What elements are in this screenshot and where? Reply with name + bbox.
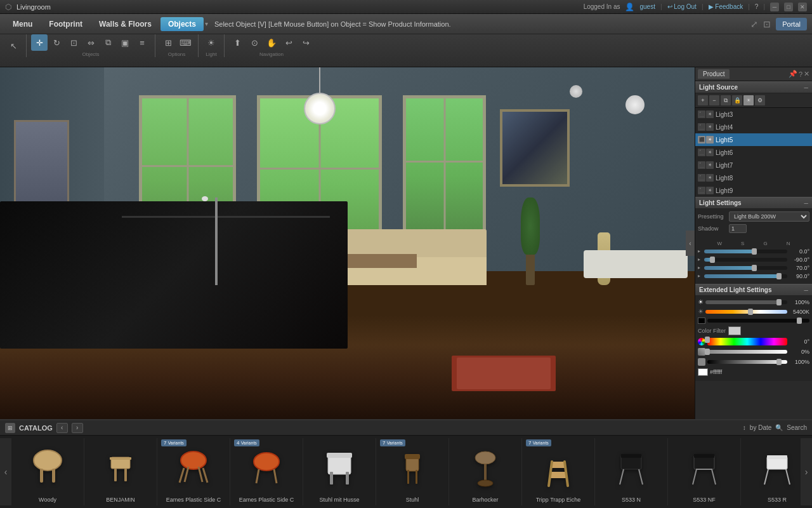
footprint-btn[interactable]: Footprint [41, 17, 90, 31]
minimize-btn[interactable]: ─ [770, 3, 779, 11]
brightness-slider[interactable] [705, 300, 787, 304]
light-source-section-header[interactable]: Light Source ─ [695, 81, 812, 93]
light6-icon1[interactable]: ⬛ [698, 149, 705, 156]
objects-tool-copy[interactable]: ⧉ [100, 34, 116, 51]
light-settings-section-header[interactable]: Light Settings ─ [695, 197, 812, 209]
white-swatch[interactable] [698, 368, 708, 376]
close-panel-icon[interactable]: ✕ [804, 70, 809, 78]
light-source-collapse[interactable]: ─ [804, 84, 808, 91]
spectrum-slider[interactable] [707, 338, 787, 345]
light-item-light7[interactable]: ⬛ ☀ Light7 [695, 159, 812, 171]
catalog-prev-btn[interactable]: ‹ [56, 423, 68, 433]
sort-label[interactable]: by Date [750, 424, 771, 431]
catalog-item-eames1[interactable]: 7 Variants Eames Plastic Side C [157, 438, 230, 505]
light3-icon2[interactable]: ☀ [706, 110, 714, 118]
presetting-dropdown[interactable]: Light Bulb 200W Spotlight Fluorescent [729, 211, 809, 222]
light-on-btn[interactable]: ☀ [743, 95, 754, 105]
icon1[interactable]: ⤢ [750, 19, 758, 29]
light9-icon1[interactable]: ⬛ [698, 187, 705, 194]
username[interactable]: guest [639, 3, 655, 10]
objects-tool-mirror[interactable]: ⇔ [82, 34, 99, 51]
feedback-link[interactable]: ▶ Feedback [709, 3, 743, 10]
light3-icon1[interactable]: ⬛ [698, 110, 705, 118]
objects-tool-move[interactable]: ✛ [31, 34, 48, 51]
light-settings-btn[interactable]: ⚙ [755, 95, 765, 105]
light-add-btn[interactable]: + [698, 95, 708, 105]
light-item-light6[interactable]: ⬛ ☀ Light6 [695, 146, 812, 159]
close-btn[interactable]: ✕ [798, 3, 807, 11]
lightness-icon[interactable] [698, 358, 705, 366]
catalog-item-stuhl[interactable]: 7 Variants Stuhl [376, 438, 449, 505]
objects-tool-align[interactable]: ≡ [134, 34, 150, 51]
catalog-item-benjamin[interactable]: BENJAMIN [84, 438, 157, 505]
shadow-input[interactable]: 1 [729, 224, 747, 233]
light4-icon1[interactable]: ⬛ [698, 123, 705, 131]
light5-icon2[interactable]: ☀ [706, 136, 714, 144]
catalog-item-tripp-trapp[interactable]: 7 Variants Tripp Trapp Eiche [522, 438, 595, 505]
menu-btn[interactable]: Menu [5, 17, 40, 31]
options-tool-2[interactable]: ⌨ [177, 34, 193, 51]
options-tool-1[interactable]: ⊞ [160, 34, 176, 51]
light-duplicate-btn[interactable]: ⧉ [721, 95, 731, 105]
light4-icon2[interactable]: ☀ [706, 123, 714, 131]
walls-floors-btn[interactable]: Walls & Floors [91, 17, 159, 31]
light-item-light3[interactable]: ⬛ ☀ Light3 [695, 108, 812, 121]
light5-icon1[interactable]: ⬛ [698, 136, 705, 144]
cursor-tool[interactable]: ↖ [5, 37, 22, 54]
light-lock-btn[interactable]: 🔒 [732, 95, 742, 105]
catalog-item-eames2[interactable]: 4 Variants Eames Plastic Side C [230, 438, 303, 505]
ext-light-section-header[interactable]: Extended Light Settings ─ [695, 284, 812, 296]
objects-tool-rotate[interactable]: ↻ [48, 34, 65, 51]
color-swatch-black[interactable] [698, 318, 705, 324]
portal-btn[interactable]: Portal [776, 18, 807, 30]
lightness-slider[interactable] [707, 360, 787, 364]
light-item-light4[interactable]: ⬛ ☀ Light4 [695, 121, 812, 133]
nav-tool-pan[interactable]: ✋ [263, 34, 280, 51]
search-label[interactable]: Search [787, 424, 807, 431]
objects-tool-scale[interactable]: ⊡ [65, 34, 82, 51]
light7-icon2[interactable]: ☀ [706, 161, 714, 169]
objects-btn[interactable]: Objects [160, 17, 204, 31]
ext-light-collapse[interactable]: ─ [804, 287, 808, 293]
nav-tool-undo[interactable]: ↩ [280, 34, 297, 51]
catalog-next-btn[interactable]: › [72, 423, 83, 433]
icon2[interactable]: ⊡ [763, 19, 771, 29]
angle-track-3[interactable] [704, 266, 787, 270]
light-item-light8[interactable]: ⬛ ☀ Light8 [695, 171, 812, 184]
black-slider[interactable] [707, 319, 809, 323]
catalog-scroll-right[interactable]: › [801, 438, 812, 505]
light8-icon1[interactable]: ⬛ [698, 174, 705, 182]
logout-link[interactable]: ↩ Log Out [667, 3, 697, 10]
angle-track-1[interactable] [704, 250, 787, 253]
light8-icon2[interactable]: ☀ [706, 174, 714, 182]
color-temp-slider[interactable] [705, 310, 787, 314]
catalog-item-woody[interactable]: Woody [11, 438, 84, 505]
viewport[interactable]: ‹ [0, 67, 695, 419]
color-filter-swatch[interactable]: 1/1 [728, 326, 741, 335]
light6-icon2[interactable]: ☀ [706, 149, 714, 156]
catalog-item-s533n[interactable]: S533 N [595, 438, 668, 505]
light-item-light9[interactable]: ⬛ ☀ Light9 [695, 184, 812, 197]
objects-tool-group[interactable]: ▣ [117, 34, 133, 51]
pin-icon[interactable]: 📌 [789, 70, 797, 78]
catalog-item-s533r[interactable]: S533 R [741, 438, 801, 505]
light-tool-1[interactable]: ☀ [203, 34, 219, 51]
nav-tool-redo[interactable]: ↪ [298, 34, 314, 51]
light7-icon1[interactable]: ⬛ [698, 161, 705, 169]
angle-track-2[interactable] [704, 258, 787, 262]
collapse-panel-btn[interactable]: ‹ [686, 231, 695, 256]
light-remove-btn[interactable]: − [709, 95, 719, 105]
nav-tool-orbit[interactable]: ⊙ [246, 34, 263, 51]
catalog-item-barhocker[interactable]: Barhocker [449, 438, 522, 505]
nav-tool-walk[interactable]: ⬆ [229, 34, 246, 51]
question-icon[interactable]: ? [799, 70, 802, 78]
help-icon[interactable]: ? [755, 3, 759, 10]
catalog-item-stuhl-husse[interactable]: Stuhl mit Husse [303, 438, 376, 505]
catalog-scroll-left[interactable]: ‹ [0, 438, 11, 505]
light-settings-collapse[interactable]: ─ [804, 200, 808, 206]
light9-icon2[interactable]: ☀ [706, 187, 714, 194]
angle-track-4[interactable] [704, 274, 787, 278]
light-item-light5[interactable]: ⬛ ☀ Light5 [695, 133, 812, 146]
maximize-btn[interactable]: □ [784, 3, 793, 11]
product-tab[interactable]: Product [698, 69, 730, 79]
